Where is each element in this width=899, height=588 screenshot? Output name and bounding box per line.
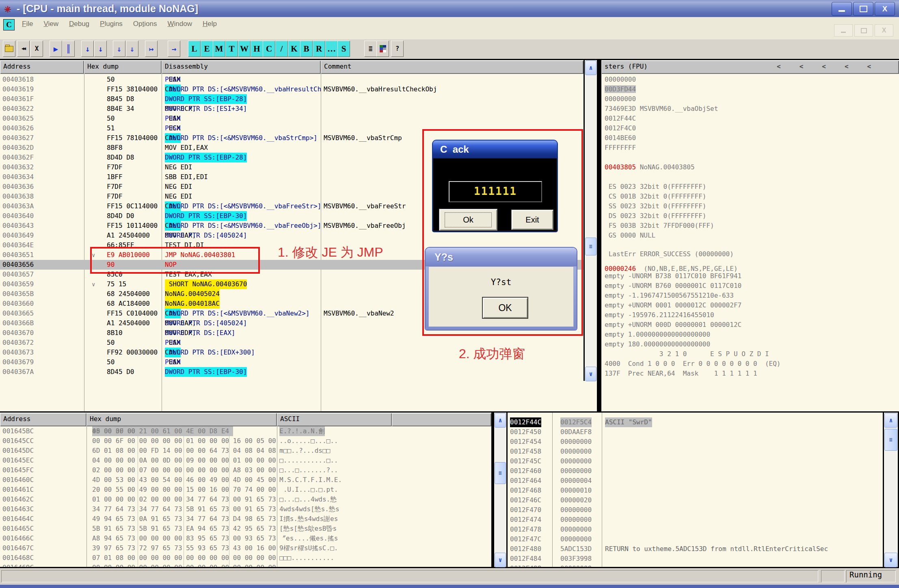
scroll-up-button[interactable]: ∧ [884,413,897,428]
execute-till-return-button[interactable]: ↦ [145,41,158,57]
dump-row[interactable]: 0016469C00 00 00 00 00 00 00 00 00 00 00… [0,563,491,567]
dump-row[interactable]: 0016464C49 94 65 73 0A 91 65 73 34 77 64… [0,514,491,524]
panel-button-trace[interactable]: … [325,41,338,57]
register-value-row[interactable]: 0012F44C [605,114,636,123]
stack-row[interactable]: 0012F47000000000 [508,505,883,515]
disasm-row[interactable]: 0040361F8B45 D8MOV EAX,DWORD PTR SS:[EBP… [0,94,583,104]
stack-row[interactable]: 0012F46800000010 [508,486,883,495]
serial-input[interactable]: 111111 [449,181,542,202]
message-dialog-title-bar[interactable]: Y?s [426,248,577,266]
column-header-hex-dump[interactable]: Hex dump [84,60,162,74]
register-value-row[interactable]: 73469E3D MSVBVM60.__vbaObjSet [605,104,718,114]
title-bar[interactable]: ✳ - [CPU - main thread, module NoNAG] X [0,0,899,17]
menu-item-window[interactable]: Window [163,18,196,30]
dump-row[interactable]: 0016468C07 01 08 00 00 00 00 00 00 00 00… [0,553,491,563]
register-value-row[interactable]: 0014BE60 [605,133,636,143]
cpu-window-icon[interactable]: C [3,19,15,30]
stack-row[interactable]: 0012F47800000000 [508,525,883,534]
fpu-register-row[interactable]: empty 180.00000000000000000 [605,339,710,349]
crack-ok-button[interactable]: Ok [439,209,497,231]
register-value-row[interactable]: FFFFFFFF [605,143,636,153]
go-to-address-button[interactable]: → [168,41,180,57]
mdi-close-button[interactable]: X [875,24,893,37]
dump-row[interactable]: 001645CC00 00 6F 00 00 00 00 00 01 00 00… [0,436,491,446]
panel-button-b[interactable]: B [300,41,313,57]
animate-over-button[interactable]: ⇓ [126,41,138,57]
dump-row[interactable]: 0016461C20 00 55 00 49 00 00 00 15 00 16… [0,485,491,495]
register-value-row[interactable]: 0012F4C0 [605,123,636,133]
stack-row[interactable]: 0012F48800000000 [508,564,883,567]
panel-button-m[interactable]: M [213,41,225,57]
dump-row[interactable]: 0016465C5B 91 65 73 5B 91 65 73 EA 94 65… [0,524,491,534]
fpu-flags-row[interactable]: 4000 Cond 1 0 0 0 Err 0 0 0 0 0 0 0 0 (E… [605,359,780,369]
panel-button-k[interactable]: K [288,41,300,57]
column-header-address[interactable]: Address [0,60,84,74]
menu-item-view[interactable]: View [39,18,63,30]
scroll-thumb[interactable]: ≣ [884,429,897,451]
scroll-down-button[interactable]: ∨ [884,553,897,567]
fpu-register-row[interactable]: empty +UNORM 000D 00000001 0000012C [605,320,741,330]
menu-item-plugins[interactable]: Plugins [96,18,127,30]
segment-register-row[interactable]: CS 001B 32bit 0(FFFFFFFF) [605,192,706,201]
disasm-row[interactable]: 0040362550PUSH EAX [0,114,583,123]
segment-register-row[interactable]: ES 0023 32bit 0(FFFFFFFF) [605,182,706,192]
disassembly-scrollbar[interactable]: ∧∨≣ [583,60,598,381]
stack-row[interactable]: 0012F4805ADC153DRETURN to uxtheme.5ADC15… [508,544,883,554]
collapse-chevrons[interactable]: <<<<< [777,60,871,73]
restart-button[interactable]: ◀◀ [17,41,30,57]
stack-row[interactable]: 0012F45C00000000 [508,456,883,466]
column-header-comment[interactable]: Comment [321,60,583,74]
panel-button-r[interactable]: R [313,41,325,57]
dump-row[interactable]: 001645BC45 00 3F 00 21 00 61 00 4E 00 D8… [0,426,491,436]
panel-button-l[interactable]: L [188,41,201,57]
message-ok-button[interactable]: OK [482,297,528,319]
segment-register-row[interactable]: DS 0023 32bit 0(FFFFFFFF) [605,211,706,221]
column-header-address[interactable]: Address [0,413,86,426]
registers-header[interactable]: sters (FPU)<<<<< [601,60,899,74]
stack-row[interactable]: 0012F45400000000 [508,437,883,447]
stack-row[interactable]: 0012F484003F3998 [508,554,883,564]
crack-exit-button[interactable]: Exit [511,210,553,230]
fpu-register-row[interactable]: empty +UNORM 0001 0000012C 000002F7 [605,300,741,310]
stack-row[interactable]: 0012F46C00000020 [508,495,883,505]
dump-row[interactable]: 001645EC04 00 00 00 0A 00 0D 00 09 00 00… [0,456,491,465]
scroll-up-button[interactable]: ∧ [585,61,596,75]
menu-item-help[interactable]: Help [199,18,221,30]
segment-register-row[interactable]: FS 003B 32bit 7FFDF000(FFF) [605,221,714,231]
segment-register-row[interactable]: GS 0000 NULL [605,231,655,240]
fpu-flags-row[interactable]: 3 2 1 0 E S P U O Z D I [605,349,769,359]
panel-button-h[interactable]: H [251,41,263,57]
step-into-button[interactable]: ↓ [81,41,94,57]
minimize-button[interactable] [832,2,852,16]
stack-row[interactable]: 0012F45800000000 [508,447,883,456]
open-file-button[interactable] [3,41,15,57]
pause-button[interactable]: ║ [62,41,75,57]
panel-button-patches[interactable]: / [275,41,288,57]
stack-row[interactable]: 0012F45000DAAEF8 [508,427,883,437]
options-button[interactable]: ≣ [364,41,377,57]
stack-row[interactable]: 0012F44C0012F5C4ASCII "SwrD" [508,417,883,427]
fpu-flags-row[interactable]: 137F Prec NEAR,64 Mask 1 1 1 1 1 1 [605,369,757,378]
register-value-row[interactable]: 00000000 [605,94,636,104]
panel-button-w[interactable]: W [238,41,251,57]
fpu-register-row[interactable]: empty -1.1967471500567551210e-633 [605,291,734,300]
disasm-row[interactable]: 0040367A8D45 D0LEA EAX,DWORD PTR SS:[EBP… [0,367,583,377]
column-header-ascii[interactable]: ASCII [277,413,392,426]
stack-pane[interactable]: 0012F44C0012F5C4ASCII "SwrD"0012F45000DA… [508,413,883,567]
dump-row[interactable]: 0016467C39 97 65 73 72 97 65 73 55 93 65… [0,543,491,553]
maximize-button[interactable] [853,2,873,16]
register-value-row[interactable]: 00403805 NoNAG.00403805 [605,162,695,172]
menu-item-options[interactable]: Options [129,18,161,30]
fpu-register-row[interactable]: empty 1.0000000000000000000 [605,330,710,339]
panel-button-t[interactable]: T [225,41,238,57]
column-header-disassembly[interactable]: Disassembly [162,60,321,74]
hex-dump-pane[interactable]: AddressHex dumpASCII001645BC45 00 3F 00 … [0,413,491,567]
help-button[interactable]: ? [391,41,404,57]
dump-row[interactable]: 001645DC6D 01 08 00 00 FD 14 00 00 00 64… [0,446,491,456]
disasm-row[interactable]: 00403619FF15 38104000CALL DWORD PTR DS:[… [0,84,583,94]
panel-button-s[interactable]: S [337,41,350,57]
close-button[interactable]: X [875,2,895,16]
disasm-row[interactable]: 0040361850PUSH EAX [0,75,583,84]
dump-row[interactable]: 0016463C34 77 64 73 34 77 64 73 5B 91 65… [0,504,491,514]
fpu-register-row[interactable]: empty -UNORM B760 0000001C 0117C010 [605,281,741,291]
